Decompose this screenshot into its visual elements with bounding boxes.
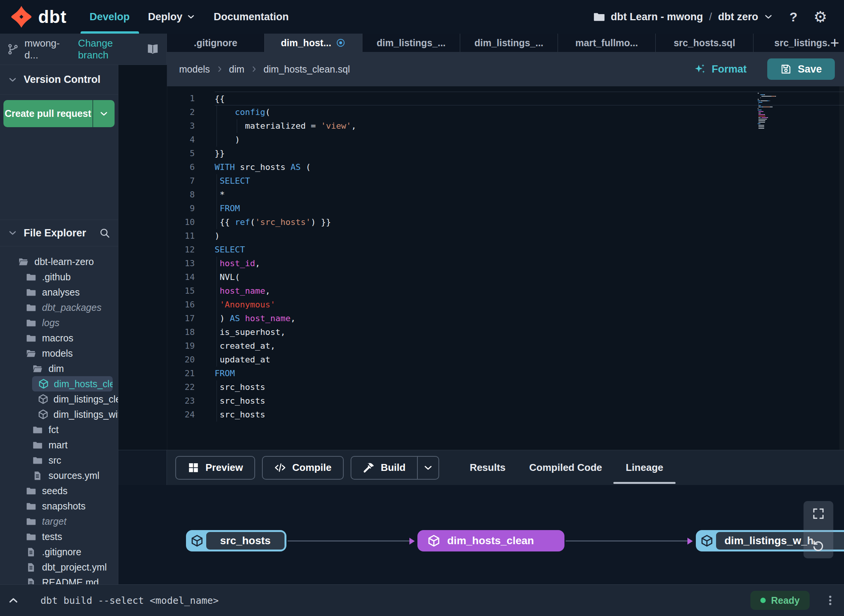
build-button[interactable]: Build <box>351 456 439 480</box>
editor-tab[interactable]: dim_listings_... <box>460 34 558 52</box>
code-line[interactable]: 11) <box>118 229 844 243</box>
tab-label: mart_fullmo... <box>576 37 638 49</box>
code-line[interactable]: 22 src_hosts <box>118 380 844 394</box>
breadcrumb-item[interactable]: dim <box>229 64 244 75</box>
code-line[interactable]: 23 src_hosts <box>118 394 844 408</box>
file-tree-item[interactable]: .gitignore <box>0 544 118 559</box>
chevron-down-icon <box>8 75 18 85</box>
code-line[interactable]: 1{{ <box>118 92 844 105</box>
code-line[interactable]: 6WITH src_hosts AS ( <box>118 160 844 174</box>
code-line[interactable]: 2 config( <box>118 105 844 119</box>
file-name: seeds <box>42 485 68 496</box>
editor-minimap[interactable] <box>758 92 780 129</box>
file-tree-item[interactable]: analyses <box>0 285 118 300</box>
expand-command-bar-button[interactable] <box>0 594 27 606</box>
code-line[interactable]: 8 * <box>118 188 844 202</box>
overflow-menu-button[interactable] <box>823 591 838 610</box>
format-button[interactable]: Format <box>694 63 747 75</box>
indent-guide <box>217 215 217 229</box>
line-number: 3 <box>118 119 195 133</box>
editor-tab[interactable]: dim_listings_... <box>362 34 460 52</box>
file-tree-item[interactable]: dim <box>0 361 118 376</box>
search-icon[interactable] <box>99 227 110 239</box>
file-tree-item[interactable]: fct <box>0 422 118 437</box>
code-line[interactable]: 18 is_superhost, <box>118 325 844 339</box>
code-line[interactable]: 12SELECT <box>118 243 844 257</box>
docs-book-icon[interactable] <box>146 43 160 56</box>
panel-tab-lineage[interactable]: Lineage <box>626 450 663 485</box>
lineage-node[interactable]: src_hosts <box>186 530 286 551</box>
nav-develop[interactable]: Develop <box>81 0 139 34</box>
code-line[interactable]: 5}} <box>118 147 844 160</box>
file-tree-item[interactable]: .github <box>0 269 118 285</box>
model-cube-icon <box>38 394 49 404</box>
file-tree-item[interactable]: seeds <box>0 483 118 498</box>
editor-tab[interactable]: mart_fullmo... <box>558 34 656 52</box>
status-bar: dbt build --select <model_name> Ready <box>0 584 844 616</box>
file-explorer-header[interactable]: File Explorer <box>0 220 118 246</box>
breadcrumb-item[interactable]: dim_hosts_clean.sql <box>264 64 350 75</box>
code-line[interactable]: 13 host_id, <box>118 257 844 270</box>
new-tab-button[interactable]: + <box>830 34 840 52</box>
preview-button[interactable]: Preview <box>175 456 255 480</box>
file-tree-item[interactable]: sources.yml <box>0 468 118 483</box>
fullscreen-icon[interactable] <box>812 507 825 521</box>
compile-icon <box>274 462 286 474</box>
create-pull-request-button[interactable]: Create pull request <box>3 100 115 127</box>
help-icon[interactable]: ? <box>789 10 797 24</box>
code-line[interactable]: 10 {{ ref('src_hosts') }} <box>118 215 844 229</box>
code-line[interactable]: 14 NVL( <box>118 270 844 284</box>
panel-tab-results[interactable]: Results <box>470 450 506 485</box>
code-editor[interactable]: 1{{2 config(3 materialized = 'view',4 )5… <box>118 86 844 450</box>
code-line[interactable]: 17 ) AS host_name, <box>118 312 844 325</box>
panel-tab-compiled-code[interactable]: Compiled Code <box>529 450 602 485</box>
refresh-icon[interactable] <box>812 539 825 553</box>
code-token: , <box>291 314 296 323</box>
file-tree-item[interactable]: dbt_project.yml <box>0 559 118 575</box>
code-line[interactable]: 24 src_hosts <box>118 408 844 422</box>
file-tree-item[interactable]: models <box>0 346 118 361</box>
code-line[interactable]: 9 FROM <box>118 202 844 215</box>
file-tree-item[interactable]: dim_listings_with_hosts... <box>0 407 118 422</box>
code-line[interactable]: 19 created_at, <box>118 339 844 353</box>
minimap-bar <box>763 111 764 112</box>
code-line[interactable]: 20 updated_at <box>118 353 844 367</box>
dbt-home-link[interactable]: dbt <box>10 5 67 28</box>
settings-gear-icon[interactable]: ⚙ <box>813 9 827 24</box>
code-line[interactable]: 4 ) <box>118 133 844 147</box>
file-tree-item[interactable]: logs <box>0 315 118 330</box>
file-tree-item[interactable]: tests <box>0 529 118 544</box>
save-button[interactable]: Save <box>767 58 835 80</box>
pr-dropdown-button[interactable] <box>92 100 115 127</box>
file-tree-item[interactable]: snapshots <box>0 498 118 514</box>
code-line[interactable]: 3 materialized = 'view', <box>118 119 844 133</box>
code-line[interactable]: 15 host_name, <box>118 284 844 298</box>
main-nav: DevelopDeployDocumentation <box>81 0 298 34</box>
project-selector[interactable]: dbt Learn - mwong / dbt zero <box>593 11 773 23</box>
file-tree-item[interactable]: dbt_packages <box>0 300 118 315</box>
file-tree-item[interactable]: dim_listings_clean.sql <box>0 391 118 407</box>
breadcrumb-item[interactable]: models <box>179 64 210 75</box>
editor-tab[interactable]: src_hosts.sql <box>656 34 753 52</box>
compile-button[interactable]: Compile <box>262 456 344 480</box>
code-line[interactable]: 16 'Anonymous' <box>118 298 844 312</box>
file-tree-item[interactable]: target <box>0 514 118 529</box>
editor-tab[interactable]: .gitignore <box>167 34 265 52</box>
lineage-node[interactable]: dim_hosts_clean <box>417 530 564 551</box>
file-tree-item[interactable]: dbt-learn-zero <box>0 254 118 269</box>
file-tree-item[interactable]: README.md <box>0 575 118 584</box>
editor-tab[interactable]: dim_host... <box>265 34 362 52</box>
file-tree-item[interactable]: macros <box>0 330 118 346</box>
code-line[interactable]: 7 SELECT <box>118 174 844 188</box>
code-line[interactable]: 21FROM <box>118 367 844 380</box>
change-branch-link[interactable]: Change branch <box>78 37 141 61</box>
build-dropdown-button[interactable] <box>417 457 438 479</box>
version-control-header[interactable]: Version Control <box>0 65 118 95</box>
command-input[interactable]: dbt build --select <model_name> <box>40 595 219 606</box>
nav-deploy[interactable]: Deploy <box>139 0 205 34</box>
nav-documentation[interactable]: Documentation <box>205 0 298 34</box>
file-tree-item[interactable]: dim_hosts_clean.sql• <box>32 376 113 391</box>
file-tree-item[interactable]: src <box>0 453 118 468</box>
code-token: * <box>215 190 225 199</box>
file-tree-item[interactable]: mart <box>0 437 118 453</box>
